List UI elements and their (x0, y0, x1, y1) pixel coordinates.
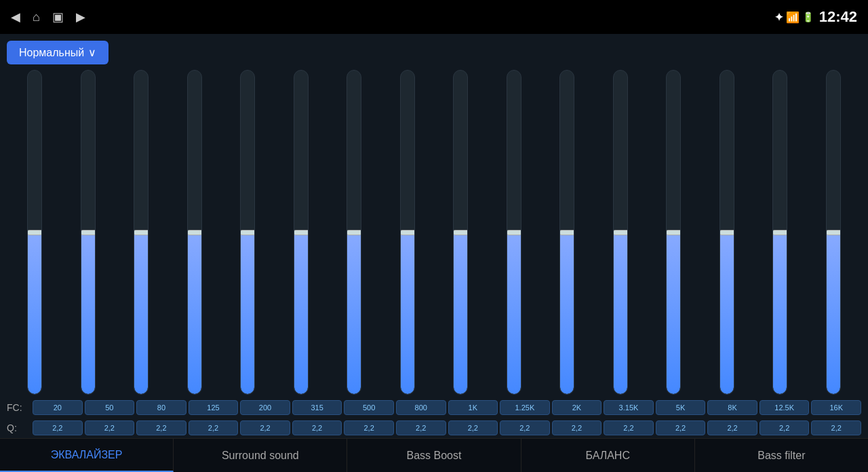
q-chip-5K[interactable]: 2,2 (656, 420, 706, 435)
back-icon[interactable]: ◀ (11, 9, 20, 24)
q-chip-1.25K[interactable]: 2,2 (500, 420, 550, 435)
q-chip-80[interactable]: 2,2 (136, 420, 186, 435)
preset-button[interactable]: Нормальный ∨ (7, 41, 108, 64)
q-chips: 2,22,22,22,22,22,22,22,22,22,22,22,22,22… (33, 420, 861, 435)
q-chip-2K[interactable]: 2,2 (552, 420, 602, 435)
home-icon[interactable]: ⌂ (33, 10, 40, 24)
fc-chip-1K[interactable]: 1K (448, 400, 498, 415)
slider-container-50[interactable] (79, 70, 98, 395)
q-chip-20[interactable]: 2,2 (33, 420, 83, 435)
eq-channel-500 (328, 70, 381, 397)
slider-handle-5K[interactable] (666, 230, 681, 235)
play-icon[interactable]: ▶ (76, 9, 85, 24)
slider-container-8K[interactable] (717, 70, 736, 395)
fc-chip-5K[interactable]: 5K (656, 400, 706, 415)
slider-handle-20[interactable] (27, 230, 42, 235)
slider-fill-800 (401, 233, 414, 395)
tab-balance[interactable]: БАЛАНС (521, 439, 695, 472)
fc-chip-12.5K[interactable]: 12.5K (760, 400, 810, 415)
slider-container-800[interactable] (398, 70, 417, 395)
eq-channel-8K (701, 70, 754, 397)
slider-container-3.15K[interactable] (611, 70, 630, 395)
preset-row: Нормальный ∨ (7, 41, 861, 70)
slider-container-1.25K[interactable] (505, 70, 524, 395)
slider-fill-5K (667, 233, 680, 395)
q-chip-500[interactable]: 2,2 (344, 420, 394, 435)
fc-chip-500[interactable]: 500 (344, 400, 394, 415)
slider-container-20[interactable] (25, 70, 44, 395)
slider-container-12.5K[interactable] (770, 70, 789, 395)
slider-container-2K[interactable] (557, 70, 576, 395)
fc-chip-80[interactable]: 80 (136, 400, 186, 415)
slider-fill-12.5K (773, 233, 787, 395)
slider-handle-16K[interactable] (826, 230, 841, 235)
q-chip-3.15K[interactable]: 2,2 (604, 420, 654, 435)
eq-channel-125 (168, 70, 222, 397)
q-chip-50[interactable]: 2,2 (85, 420, 135, 435)
q-chip-125[interactable]: 2,2 (189, 420, 239, 435)
eq-channel-2K (540, 70, 594, 397)
q-chip-200[interactable]: 2,2 (240, 420, 290, 435)
slider-handle-2K[interactable] (559, 230, 574, 235)
tab-filter[interactable]: Bass filter (695, 439, 868, 472)
eq-channel-16K (807, 70, 861, 397)
fc-chip-50[interactable]: 50 (85, 400, 135, 415)
slider-container-1K[interactable] (451, 70, 470, 395)
slider-handle-315[interactable] (294, 230, 309, 235)
eq-sliders-area (7, 70, 861, 397)
fc-chip-315[interactable]: 315 (292, 400, 342, 415)
slider-handle-1K[interactable] (453, 230, 468, 235)
slider-fill-50 (81, 233, 95, 395)
eq-channel-1.25K (488, 70, 541, 397)
fc-chip-3.15K[interactable]: 3.15K (604, 400, 654, 415)
eq-channel-50 (62, 70, 115, 397)
slider-handle-800[interactable] (400, 230, 415, 235)
slider-handle-125[interactable] (187, 230, 202, 235)
preset-label: Нормальный (19, 47, 84, 59)
slider-handle-200[interactable] (240, 230, 255, 235)
clock: 12:42 (819, 8, 857, 26)
slider-fill-8K (720, 233, 734, 395)
q-chip-12.5K[interactable]: 2,2 (760, 420, 810, 435)
fc-chip-1.25K[interactable]: 1.25K (500, 400, 550, 415)
fc-chip-125[interactable]: 125 (189, 400, 239, 415)
slider-fill-200 (241, 233, 254, 395)
fc-chip-20[interactable]: 20 (33, 400, 83, 415)
slider-fill-3.15K (614, 233, 627, 395)
slider-container-500[interactable] (344, 70, 363, 395)
fc-chip-16K[interactable]: 16K (811, 400, 861, 415)
slider-container-200[interactable] (238, 70, 257, 395)
slider-handle-500[interactable] (347, 230, 361, 235)
bottom-tabs: ЭКВАЛАЙЗЕРSurround soundBass BoostБАЛАНС… (0, 438, 868, 472)
q-chip-800[interactable]: 2,2 (396, 420, 446, 435)
slider-handle-12.5K[interactable] (772, 230, 787, 235)
main-content: Нормальный ∨ FC: 2050801252003155008001K… (0, 34, 868, 438)
fc-chip-2K[interactable]: 2K (552, 400, 602, 415)
slider-handle-1.25K[interactable] (507, 230, 521, 235)
q-chip-16K[interactable]: 2,2 (811, 420, 861, 435)
slider-handle-3.15K[interactable] (613, 230, 628, 235)
slider-handle-8K[interactable] (719, 230, 734, 235)
tab-surround[interactable]: Surround sound (174, 439, 347, 472)
eq-channel-80 (115, 70, 168, 397)
q-chip-315[interactable]: 2,2 (292, 420, 342, 435)
slider-container-5K[interactable] (664, 70, 683, 395)
slider-handle-50[interactable] (81, 230, 96, 235)
tab-bass[interactable]: Bass Boost (347, 439, 521, 472)
slider-container-125[interactable] (185, 70, 204, 395)
q-chip-8K[interactable]: 2,2 (707, 420, 757, 435)
slider-container-80[interactable] (132, 70, 151, 395)
fc-chip-8K[interactable]: 8K (707, 400, 757, 415)
slider-container-16K[interactable] (824, 70, 843, 395)
eq-channel-315 (275, 70, 328, 397)
fc-chip-800[interactable]: 800 (396, 400, 446, 415)
slider-container-315[interactable] (292, 70, 311, 395)
q-label: Q: (7, 422, 33, 433)
recents-icon[interactable]: ▣ (52, 9, 64, 24)
slider-handle-80[interactable] (134, 230, 149, 235)
q-chip-1K[interactable]: 2,2 (448, 420, 498, 435)
tab-eq[interactable]: ЭКВАЛАЙЗЕР (0, 439, 174, 472)
preset-dropdown-icon: ∨ (88, 46, 96, 59)
fc-chip-200[interactable]: 200 (240, 400, 290, 415)
slider-fill-2K (560, 233, 574, 395)
